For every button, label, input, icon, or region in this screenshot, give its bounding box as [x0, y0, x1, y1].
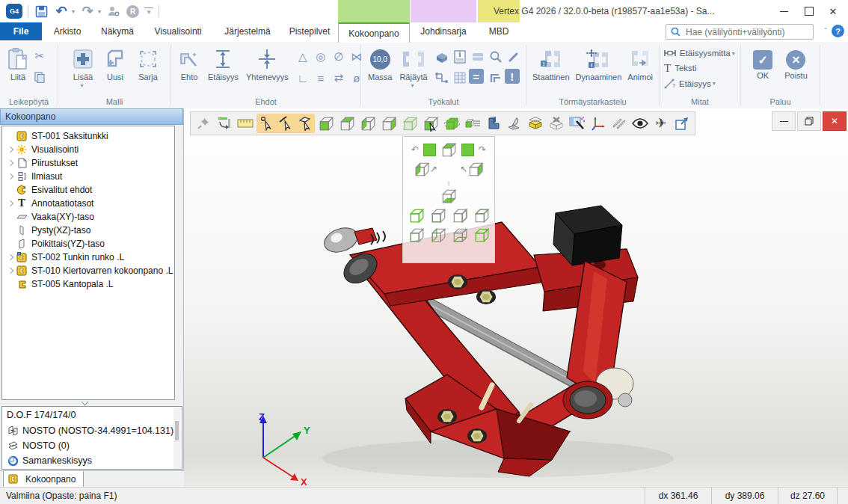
- text-annotation-button[interactable]: T Teksti: [664, 61, 697, 76]
- save-icon[interactable]: [34, 4, 49, 19]
- tree-item-visualisointi[interactable]: Visualisointi: [2, 143, 174, 156]
- export-view-icon[interactable]: [672, 114, 692, 133]
- view-top-icon[interactable]: [337, 114, 357, 133]
- view-top-button[interactable]: [440, 141, 457, 158]
- dof-item-nosto-dim[interactable]: NOSTO (NOSTO-34.4991=104.131): [2, 423, 182, 438]
- tab-kokoonpano[interactable]: Kokoonpano: [338, 22, 410, 43]
- tab-file[interactable]: File: [0, 22, 42, 40]
- coincidence-constraint-button[interactable]: Yhtenevyys: [244, 45, 291, 83]
- select-edge-icon[interactable]: [276, 114, 295, 133]
- tree-panel-header[interactable]: Kokoonpano: [0, 108, 183, 125]
- section-box-icon[interactable]: [526, 114, 545, 133]
- dof-item-nosto-angle[interactable]: NOSTO (0): [2, 438, 182, 453]
- window-maximize-button[interactable]: [799, 3, 820, 19]
- doc-restore-button[interactable]: [797, 111, 821, 131]
- tangent-constraint-icon[interactable]: ∅: [330, 48, 348, 66]
- box-tool-icon[interactable]: [469, 48, 487, 66]
- cut-icon[interactable]: ✂: [31, 48, 48, 64]
- help-icon[interactable]: ?: [832, 25, 844, 37]
- add-component-button[interactable]: Lisää ▾: [70, 45, 96, 90]
- dof-item-samankeskisyys[interactable]: Samankeskisyys: [2, 453, 182, 468]
- tree-item-vaaka-xy-taso[interactable]: Vaaka(XY)-taso: [2, 210, 174, 224]
- info-tool-icon[interactable]: i: [451, 48, 469, 66]
- view-bottom-face-button[interactable]: ↑: [440, 180, 457, 204]
- view-iso-icon[interactable]: [400, 114, 420, 133]
- rotate-ccw-icon[interactable]: ↶: [411, 146, 419, 153]
- 3d-viewport[interactable]: ✈ ✕ ↶ ↷ ↗ ↖ ↑: [184, 108, 848, 487]
- view-left-face-button[interactable]: ↗: [414, 161, 437, 177]
- distance-constraint-button[interactable]: Etäisyys: [206, 45, 241, 83]
- view-select-face-icon[interactable]: [421, 114, 440, 133]
- redo-dropdown-icon[interactable]: ▾: [98, 8, 101, 15]
- tree-item-st005[interactable]: ST-005 Kantopala .L: [2, 277, 174, 291]
- expander-icon[interactable]: [5, 268, 16, 273]
- doc-minimize-button[interactable]: [772, 111, 796, 131]
- view-right-icon[interactable]: [379, 114, 399, 133]
- search-input[interactable]: [684, 26, 799, 38]
- tree-item-piirustukset[interactable]: Piirustukset: [2, 156, 174, 170]
- distance-dimension-button[interactable]: Etäisyysmitta ▾: [664, 46, 735, 61]
- tab-visualisointi[interactable]: Visualisointi: [142, 22, 214, 40]
- iso-view-3-button[interactable]: [452, 207, 468, 224]
- tab-jarjestelma[interactable]: Järjestelmä: [214, 22, 281, 40]
- tab-arkisto[interactable]: Arkisto: [42, 22, 93, 40]
- pin-icon[interactable]: [194, 114, 213, 133]
- measure-pencils-icon[interactable]: [609, 114, 629, 133]
- tree-item-st010[interactable]: ST-010 Kiertovarren kokoonpano .L: [2, 264, 174, 277]
- tree-item-st002[interactable]: ST-002 Tunkin runko .L: [2, 251, 174, 264]
- iso-view-5-button[interactable]: [408, 227, 425, 243]
- select-face-icon[interactable]: [295, 114, 315, 133]
- tree-item-root-assembly[interactable]: ST-001 Saksitunkki: [2, 129, 174, 143]
- iso-view-4-button[interactable]: [473, 207, 490, 224]
- iso-view-2-button[interactable]: [430, 207, 446, 224]
- warning-tool-icon[interactable]: !: [505, 69, 520, 84]
- window-close-button[interactable]: ✕: [823, 3, 844, 19]
- coordinate-system-icon[interactable]: [589, 114, 608, 133]
- kinematics-tool-icon[interactable]: [433, 69, 451, 87]
- table-tool-icon[interactable]: [451, 69, 469, 87]
- tree-item-esivalitut-ehdot[interactable]: Esivalitut ehdot: [2, 183, 174, 197]
- tree-item-poikittais-yz-taso[interactable]: Poikittais(YZ)-taso: [2, 237, 174, 251]
- view-face-left-button[interactable]: [423, 144, 436, 156]
- iso-view-7-button[interactable]: [452, 227, 468, 243]
- doc-close-button[interactable]: ✕: [823, 111, 847, 131]
- user-settings-icon[interactable]: [106, 4, 121, 19]
- angle-constraint-icon[interactable]: △: [294, 48, 312, 66]
- part-mode-icon[interactable]: [484, 114, 503, 133]
- view-front-icon[interactable]: [316, 114, 336, 133]
- series-button[interactable]: Sarja: [135, 45, 162, 83]
- ruler-icon[interactable]: [236, 114, 255, 133]
- view-rotate-icon[interactable]: [442, 114, 461, 133]
- new-component-button[interactable]: Uusi: [102, 45, 129, 83]
- redo-icon[interactable]: ↷: [80, 4, 95, 19]
- zoom-tool-icon[interactable]: [487, 48, 505, 66]
- tree-item-annotaatiotasot[interactable]: T Annotaatiotasot: [2, 197, 174, 210]
- resize-grip[interactable]: [837, 488, 848, 504]
- tab-nakyma[interactable]: Näkymä: [93, 22, 142, 40]
- collapse-ribbon-icon[interactable]: ˆ: [824, 27, 827, 36]
- iso-view-8-button[interactable]: [473, 227, 490, 243]
- ok-button[interactable]: ✓ OK: [751, 48, 775, 82]
- equal-tool-icon[interactable]: =: [469, 69, 484, 84]
- view-list-icon[interactable]: [463, 114, 482, 133]
- fold-plane-icon[interactable]: [505, 114, 524, 133]
- extrude-tool-icon[interactable]: [433, 48, 451, 66]
- exit-button[interactable]: ✕ Poistu: [782, 48, 810, 82]
- dof-scrollbar[interactable]: [173, 408, 181, 469]
- undo-dropdown-icon[interactable]: ▾: [72, 8, 75, 15]
- delete-box-icon[interactable]: [547, 114, 566, 133]
- concentric-constraint-icon[interactable]: ◎: [312, 48, 330, 66]
- paste-button[interactable]: Liitä: [4, 45, 31, 83]
- app-logo[interactable]: G4: [6, 4, 22, 19]
- dof-item-clipped[interactable]: [2, 468, 182, 470]
- antiparallel-constraint-icon[interactable]: ⇄: [330, 69, 348, 87]
- search-box[interactable]: [666, 24, 814, 40]
- expander-icon[interactable]: [5, 201, 16, 206]
- undo-icon[interactable]: ↶: [54, 4, 69, 19]
- expander-icon[interactable]: [5, 161, 16, 165]
- visibility-eye-icon[interactable]: [630, 114, 650, 133]
- window-select-icon[interactable]: [568, 114, 587, 133]
- customize-toolbar-icon[interactable]: ▾: [144, 7, 153, 16]
- flyby-airplane-icon[interactable]: ✈: [651, 114, 671, 133]
- expander-icon[interactable]: [5, 255, 16, 259]
